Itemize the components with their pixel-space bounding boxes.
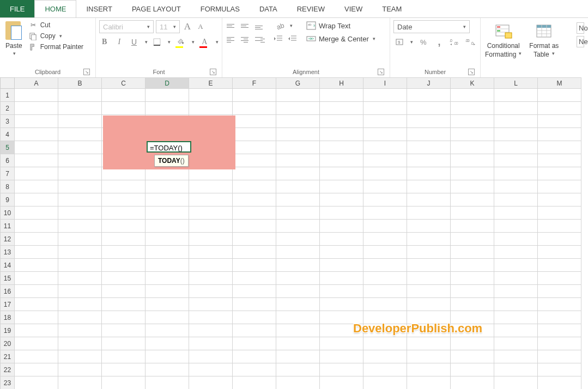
cell[interactable] — [146, 89, 189, 102]
cell[interactable] — [276, 259, 320, 272]
cell[interactable] — [276, 376, 320, 390]
cell[interactable] — [276, 193, 320, 206]
cell[interactable] — [494, 167, 538, 180]
cell[interactable] — [538, 89, 581, 102]
cell[interactable] — [233, 246, 276, 259]
cell[interactable] — [58, 206, 102, 220]
wrap-text-button[interactable]: ab Wrap Text — [304, 20, 378, 31]
cell[interactable] — [58, 193, 102, 206]
row-header[interactable]: 22 — [1, 363, 15, 376]
cell[interactable] — [451, 141, 494, 154]
cell[interactable] — [363, 259, 407, 272]
cell-styles-partial[interactable]: No — [577, 22, 584, 34]
merge-dropdown-icon[interactable]: ▾ — [373, 36, 375, 41]
cell[interactable] — [189, 193, 233, 206]
col-header[interactable]: K — [451, 78, 494, 89]
cell[interactable] — [320, 337, 363, 350]
cell[interactable] — [146, 376, 189, 390]
cell[interactable] — [407, 363, 451, 376]
cell[interactable] — [233, 115, 276, 128]
cell[interactable] — [15, 285, 58, 298]
paste-button[interactable]: Paste ▾ — [3, 20, 25, 57]
cell[interactable] — [102, 246, 146, 259]
cell[interactable] — [451, 89, 494, 102]
cell[interactable] — [146, 102, 189, 115]
cell[interactable] — [189, 233, 233, 246]
cell[interactable] — [233, 233, 276, 246]
cell[interactable] — [320, 363, 363, 376]
cell[interactable] — [320, 102, 363, 115]
align-top-button[interactable] — [226, 20, 238, 31]
cell[interactable] — [320, 272, 363, 285]
cell[interactable] — [146, 337, 189, 350]
cell[interactable] — [233, 350, 276, 363]
underline-dropdown-icon[interactable]: ▾ — [145, 39, 148, 45]
fill-dropdown-icon[interactable]: ▾ — [192, 39, 195, 45]
cell[interactable] — [102, 89, 146, 102]
cell[interactable] — [363, 180, 407, 193]
underline-button[interactable]: U — [129, 37, 139, 47]
cell[interactable] — [363, 193, 407, 206]
cell[interactable] — [102, 285, 146, 298]
cell[interactable] — [146, 167, 189, 180]
cell[interactable] — [15, 115, 58, 128]
cell[interactable] — [538, 206, 581, 220]
cell[interactable] — [363, 233, 407, 246]
cell[interactable] — [276, 285, 320, 298]
row-header[interactable]: 3 — [1, 115, 15, 128]
cell[interactable] — [451, 154, 494, 167]
cell[interactable] — [363, 128, 407, 141]
cell[interactable] — [58, 337, 102, 350]
cell[interactable] — [407, 376, 451, 390]
cell[interactable] — [58, 311, 102, 324]
select-all-corner[interactable] — [1, 78, 15, 89]
cell[interactable] — [233, 259, 276, 272]
tab-formulas[interactable]: FORMULAS — [191, 0, 250, 17]
cell[interactable] — [276, 220, 320, 233]
cell[interactable] — [407, 285, 451, 298]
cell[interactable] — [538, 141, 581, 154]
tab-team[interactable]: TEAM — [372, 0, 411, 17]
cell[interactable] — [276, 180, 320, 193]
cell[interactable] — [494, 193, 538, 206]
cell[interactable] — [494, 337, 538, 350]
cell[interactable] — [102, 350, 146, 363]
row-header[interactable]: 7 — [1, 167, 15, 180]
cell[interactable] — [58, 376, 102, 390]
cell[interactable] — [320, 350, 363, 363]
paste-dropdown-icon[interactable]: ▾ — [13, 51, 16, 56]
cell[interactable] — [15, 376, 58, 390]
cell[interactable] — [451, 115, 494, 128]
cell[interactable] — [538, 233, 581, 246]
cell[interactable] — [451, 298, 494, 311]
cell[interactable] — [538, 376, 581, 390]
cell[interactable] — [363, 206, 407, 220]
cell[interactable] — [233, 206, 276, 220]
cell[interactable] — [407, 102, 451, 115]
row-header[interactable]: 14 — [1, 259, 15, 272]
cell[interactable] — [189, 206, 233, 220]
align-center-button[interactable] — [240, 34, 252, 45]
cell[interactable] — [102, 180, 146, 193]
cell[interactable] — [363, 115, 407, 128]
cell[interactable] — [407, 259, 451, 272]
cell[interactable] — [494, 285, 538, 298]
cell[interactable] — [407, 272, 451, 285]
cell[interactable] — [58, 128, 102, 141]
cell[interactable] — [320, 154, 363, 167]
cell[interactable] — [15, 154, 58, 167]
percent-button[interactable]: % — [417, 37, 429, 47]
cell[interactable] — [407, 220, 451, 233]
cell[interactable] — [363, 220, 407, 233]
cell[interactable] — [407, 337, 451, 350]
cell[interactable] — [233, 363, 276, 376]
cell[interactable] — [146, 350, 189, 363]
tab-view[interactable]: VIEW — [335, 0, 372, 17]
col-header[interactable]: D — [146, 78, 189, 89]
cell[interactable] — [276, 206, 320, 220]
cell[interactable] — [15, 259, 58, 272]
cell[interactable] — [451, 376, 494, 390]
cell[interactable] — [58, 298, 102, 311]
row-header[interactable]: 21 — [1, 350, 15, 363]
cell[interactable] — [451, 259, 494, 272]
